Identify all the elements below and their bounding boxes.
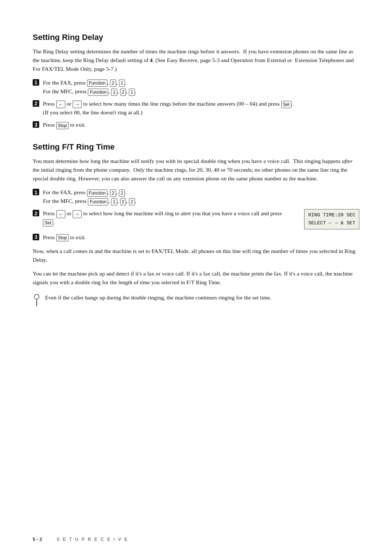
key-stop: Stop <box>56 122 69 129</box>
step2-2: 2 Press ← or → to select how long the ma… <box>33 209 359 229</box>
key-set: Set <box>281 101 291 108</box>
key-function-s2b: Function <box>88 198 108 205</box>
key-set2: Set <box>43 219 53 227</box>
step1-2-line1: Press ← or → to select how many times th… <box>43 99 359 108</box>
section2-title: Setting F/T Ring Time <box>33 142 359 152</box>
key-1b: 1 <box>129 89 135 96</box>
section1-title: Setting Ring Delay <box>33 33 359 42</box>
step2-1-line2: For the MFC, press Function, 1, 2, 2. <box>43 197 359 205</box>
step1-1-line1: For the FAX, press Function, 2, 1. <box>43 78 359 87</box>
step-number-2: 2 <box>33 100 39 107</box>
key-1: 1 <box>119 79 125 87</box>
step2-2-content: Press ← or → to select how long the mach… <box>43 209 359 229</box>
step1-2-line2: (If you select 00, the line doesn't ring… <box>43 108 359 117</box>
key-function-s2: Function <box>87 189 107 197</box>
key-2a: 2 <box>120 89 126 96</box>
step2-1: 1 For the FAX, press Function, 2, 2. For… <box>33 188 359 205</box>
note-box: Even if the caller hangs up during the d… <box>33 293 359 307</box>
key-2-s2: 2 <box>110 189 116 197</box>
key-2d-s2: 2 <box>129 198 135 205</box>
section-ring-delay: Setting Ring Delay The Ring Delay settin… <box>33 33 359 129</box>
note-icon <box>33 294 41 307</box>
step2-1-content: For the FAX, press Function, 2, 2. For t… <box>43 188 359 205</box>
key-2: 2 <box>110 79 116 87</box>
section-ft-ring-time: Setting F/T Ring Time You must determine… <box>33 142 359 307</box>
step2-3: 3 Press Stop to exit. <box>33 233 359 242</box>
step2-number-2: 2 <box>33 210 39 216</box>
step1-3-content: Press Stop to exit. <box>43 121 359 129</box>
key-function: Function <box>87 79 107 87</box>
key-1a: 1 <box>111 89 117 96</box>
step2-number-3: 3 <box>33 234 39 240</box>
key-stop2: Stop <box>56 234 69 241</box>
key-2c-s2: 2 <box>120 198 126 205</box>
step1-1: 1 For the FAX, press Function, 2, 1. For… <box>33 78 359 96</box>
step1-1-content: For the FAX, press Function, 2, 1. For t… <box>43 78 359 96</box>
section2-para2: You can let the machine pick up and dete… <box>33 269 359 287</box>
section1-steps: 1 For the FAX, press Function, 2, 1. For… <box>33 78 359 129</box>
step2-3-content: Press Stop to exit. <box>43 233 359 242</box>
key-function-2: Function <box>88 89 108 96</box>
section2-steps: 1 For the FAX, press Function, 2, 2. For… <box>33 188 359 241</box>
step1-2-content: Press ← or → to select how many times th… <box>43 99 359 117</box>
step2-2-row: Press ← or → to select how long the mach… <box>43 209 359 229</box>
note-text: Even if the caller hangs up during the d… <box>45 293 271 302</box>
section1-intro: The Ring Delay setting determines the nu… <box>33 47 359 73</box>
arrow-right-key2: → <box>73 210 82 218</box>
arrow-left-key: ← <box>56 101 65 109</box>
step-number-3: 3 <box>33 121 39 128</box>
step1-2: 2 Press ← or → to select how many times … <box>33 99 359 117</box>
footer: 5 - 2 S E T U P R E C E I V E <box>33 536 359 542</box>
section2-intro: You must determine how long the machine … <box>33 157 359 183</box>
arrow-left-key2: ← <box>56 210 65 218</box>
key-1-s2: 1 <box>111 198 117 205</box>
step1-3: 3 Press Stop to exit. <box>33 121 359 129</box>
section2-para1: Now, when a call comes in and the machin… <box>33 247 359 264</box>
lcd-display: RING TIME:20 SEC SELECT ← → & SET <box>304 209 359 229</box>
arrow-right-key: → <box>73 101 82 109</box>
svg-point-0 <box>34 294 39 299</box>
step-number-1: 1 <box>33 79 39 86</box>
step1-1-line2: For the MFC, press Function, 1, 2, 1. <box>43 87 359 96</box>
step2-2-text: Press ← or → to select how long the mach… <box>43 209 293 227</box>
key-2b-s2: 2 <box>119 189 125 197</box>
footer-page: 5 - 2 <box>33 536 42 542</box>
step2-number-1: 1 <box>33 189 39 195</box>
footer-title: S E T U P R E C E I V E <box>57 537 128 542</box>
step2-1-line1: For the FAX, press Function, 2, 2. <box>43 188 359 197</box>
